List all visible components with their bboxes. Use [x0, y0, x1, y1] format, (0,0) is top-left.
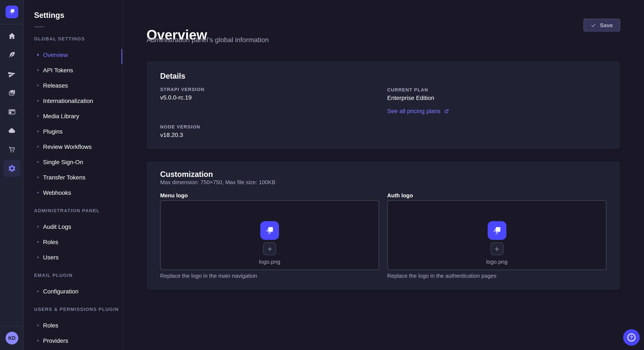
- media-icon: [8, 88, 16, 97]
- rail-layout-button[interactable]: [4, 103, 20, 120]
- rail-feather-button[interactable]: [4, 46, 20, 63]
- sidebar-item-label: Media Library: [43, 112, 79, 120]
- bullet-icon: [37, 69, 39, 71]
- sidebar-item-label: Roles: [43, 238, 58, 246]
- auth-logo-add-button[interactable]: [490, 242, 503, 255]
- sidebar-item-review-workflows[interactable]: Review Workflows: [24, 139, 122, 154]
- sidebar-item-releases[interactable]: Releases: [24, 78, 122, 93]
- customization-card: Customization Max dimension: 750×750, Ma…: [146, 161, 620, 290]
- bullet-icon: [37, 146, 39, 148]
- sidebar-item-label: Users: [43, 253, 58, 261]
- auth-logo-filename: logo.png: [486, 259, 508, 265]
- sidebar-item-webhooks[interactable]: Webhooks: [24, 185, 122, 200]
- sidebar-item-api-tokens[interactable]: API Tokens: [24, 62, 122, 78]
- sidebar-section-users-permissions-plugin: USERS & PERMISSIONS PLUGIN: [24, 306, 122, 312]
- bullet-icon: [37, 291, 39, 292]
- bullet-icon: [37, 85, 39, 86]
- pricing-plans-link[interactable]: See all pricing plans: [387, 108, 450, 115]
- sidebar-item-roles[interactable]: Roles: [24, 318, 122, 333]
- question-mark-icon: ?: [628, 334, 636, 342]
- bullet-icon: [37, 241, 39, 243]
- menu-logo-upload-box[interactable]: logo.png: [160, 200, 379, 270]
- sidebar-item-label: Audit Logs: [43, 223, 71, 230]
- bullet-icon: [37, 54, 39, 56]
- paper-plane-icon: [8, 70, 16, 78]
- bullet-icon: [37, 325, 39, 326]
- bullet-icon: [37, 226, 39, 227]
- sidebar-item-label: Single Sign-On: [43, 158, 83, 166]
- rail-media-button[interactable]: [4, 84, 20, 101]
- sidebar-section-global-settings: GLOBAL SETTINGS: [24, 36, 122, 42]
- sidebar-item-label: Roles: [43, 322, 58, 329]
- check-icon: [591, 22, 596, 28]
- strapi-logo[interactable]: [6, 5, 18, 18]
- layout-icon: [8, 107, 16, 116]
- sidebar-item-providers[interactable]: Providers: [24, 333, 122, 348]
- bullet-icon: [37, 131, 39, 132]
- save-button-label: Save: [600, 22, 613, 28]
- menu-logo-helper: Replace the logo in the main navigation: [160, 273, 257, 279]
- subnav-title: Settings: [24, 0, 122, 20]
- sidebar-item-label: Transfer Tokens: [43, 174, 86, 181]
- active-item-indicator: [122, 49, 122, 64]
- home-icon: [8, 32, 16, 40]
- customization-constraints: Max dimension: 750×750, Max file size: 1…: [160, 179, 275, 186]
- sidebar-item-label: Webhooks: [43, 189, 71, 196]
- strapi-version-label: STRAPI VERSION: [160, 87, 204, 92]
- details-card: Details STRAPI VERSION v5.0.0-rc.19 NODE…: [146, 61, 620, 149]
- bullet-icon: [37, 161, 39, 163]
- rail-divider: [0, 24, 24, 24]
- page-subtitle: Administration panel’s global informatio…: [146, 36, 269, 44]
- user-avatar[interactable]: KD: [6, 332, 18, 345]
- auth-logo-label: Auth logo: [387, 192, 413, 199]
- sidebar-item-overview[interactable]: Overview: [24, 47, 122, 62]
- auth-logo-preview: [488, 221, 506, 240]
- settings-subnav: Settings GLOBAL SETTINGSOverviewAPI Toke…: [24, 0, 123, 350]
- sidebar-item-label: Providers: [43, 337, 68, 345]
- main-nav-rail: KD: [0, 0, 24, 350]
- bullet-icon: [37, 340, 39, 342]
- rail-gear-button[interactable]: [4, 160, 20, 177]
- menu-logo-label: Menu logo: [160, 192, 188, 199]
- menu-logo-preview: [260, 221, 279, 240]
- rail-home-button[interactable]: [4, 27, 20, 44]
- bullet-icon: [37, 256, 39, 258]
- rail-paper-plane-button[interactable]: [4, 65, 20, 82]
- auth-logo-upload-box[interactable]: logo.png: [387, 200, 606, 270]
- sidebar-item-single-sign-on[interactable]: Single Sign-On: [24, 154, 122, 170]
- current-plan-label: CURRENT PLAN: [387, 87, 428, 93]
- node-version-label: NODE VERSION: [160, 124, 200, 130]
- auth-logo-helper: Replace the logo in the authentication p…: [387, 273, 496, 279]
- menu-logo-filename: logo.png: [259, 259, 280, 265]
- feather-icon: [8, 51, 16, 59]
- bullet-icon: [37, 176, 39, 178]
- sidebar-item-label: Overview: [43, 51, 68, 59]
- cloud-icon: [8, 126, 16, 135]
- customization-heading: Customization: [160, 170, 213, 179]
- subnav-divider: [34, 26, 44, 27]
- sidebar-sections: GLOBAL SETTINGSOverviewAPI TokensRelease…: [24, 36, 122, 348]
- sidebar-item-roles[interactable]: Roles: [24, 234, 122, 250]
- bullet-icon: [37, 192, 39, 193]
- help-button[interactable]: ?: [623, 329, 640, 346]
- pricing-link-label: See all pricing plans: [387, 108, 440, 115]
- plus-icon: [494, 246, 500, 252]
- bullet-icon: [37, 115, 39, 117]
- external-link-icon: [444, 108, 450, 114]
- rail-cloud-button[interactable]: [4, 122, 20, 139]
- menu-logo-add-button[interactable]: [263, 242, 276, 255]
- sidebar-item-plugins[interactable]: Plugins: [24, 124, 122, 139]
- rail-divider-bottom: [0, 326, 24, 327]
- sidebar-item-label: Review Workflows: [43, 143, 92, 151]
- sidebar-item-configuration[interactable]: Configuration: [24, 284, 122, 299]
- strapi-version-value: v5.0.0-rc.19: [160, 94, 192, 101]
- main-content: Overview Administration panel’s global i…: [123, 0, 644, 350]
- sidebar-item-users[interactable]: Users: [24, 250, 122, 265]
- sidebar-item-internationalization[interactable]: Internationalization: [24, 93, 122, 108]
- save-button[interactable]: Save: [584, 19, 620, 31]
- sidebar-item-transfer-tokens[interactable]: Transfer Tokens: [24, 170, 122, 185]
- sidebar-item-label: Configuration: [43, 288, 78, 295]
- sidebar-item-media-library[interactable]: Media Library: [24, 108, 122, 124]
- sidebar-item-audit-logs[interactable]: Audit Logs: [24, 219, 122, 234]
- rail-cart-button[interactable]: [4, 141, 20, 158]
